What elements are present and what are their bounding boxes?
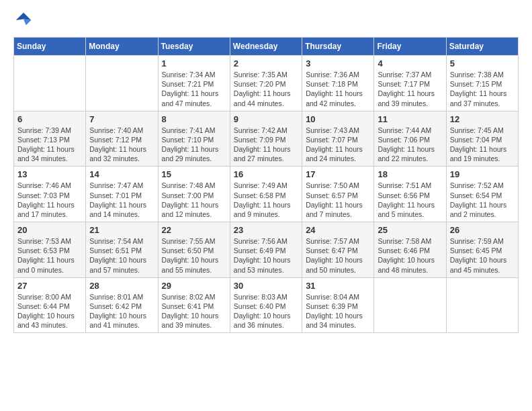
day-info: Sunrise: 7:39 AMSunset: 7:13 PMDaylight:…: [17, 126, 82, 164]
day-number: 25: [378, 225, 442, 235]
day-number: 15: [162, 169, 226, 179]
calendar-cell: 25Sunrise: 7:58 AMSunset: 6:46 PMDayligh…: [374, 222, 446, 278]
logo: [13, 10, 36, 30]
day-info: Sunrise: 7:54 AMSunset: 6:51 PMDaylight:…: [89, 236, 154, 275]
day-number: 11: [378, 114, 442, 124]
weekday-monday: Monday: [86, 38, 158, 56]
calendar-cell: 6Sunrise: 7:39 AMSunset: 7:13 PMDaylight…: [14, 111, 86, 167]
calendar-cell: [446, 277, 518, 333]
logo-icon: [13, 10, 34, 30]
day-number: 6: [17, 114, 82, 124]
calendar-cell: 8Sunrise: 7:41 AMSunset: 7:10 PMDaylight…: [158, 111, 230, 167]
calendar-cell: 28Sunrise: 8:01 AMSunset: 6:42 PMDayligh…: [86, 277, 158, 333]
day-info: Sunrise: 7:51 AMSunset: 6:56 PMDaylight:…: [378, 181, 442, 219]
week-row-5: 27Sunrise: 8:00 AMSunset: 6:44 PMDayligh…: [14, 277, 519, 333]
day-info: Sunrise: 7:50 AMSunset: 6:57 PMDaylight:…: [306, 181, 370, 219]
calendar-cell: 7Sunrise: 7:40 AMSunset: 7:12 PMDaylight…: [86, 111, 158, 167]
calendar-cell: 5Sunrise: 7:38 AMSunset: 7:15 PMDaylight…: [446, 56, 518, 111]
day-info: Sunrise: 7:35 AMSunset: 7:20 PMDaylight:…: [234, 70, 298, 108]
weekday-sunday: Sunday: [14, 38, 86, 56]
calendar-cell: 23Sunrise: 7:56 AMSunset: 6:49 PMDayligh…: [230, 222, 302, 278]
day-number: 20: [17, 225, 82, 235]
day-number: 19: [450, 169, 515, 179]
day-info: Sunrise: 7:41 AMSunset: 7:10 PMDaylight:…: [162, 126, 226, 164]
calendar-cell: 14Sunrise: 7:47 AMSunset: 7:01 PMDayligh…: [86, 167, 158, 222]
day-info: Sunrise: 7:47 AMSunset: 7:01 PMDaylight:…: [89, 181, 154, 219]
day-number: 7: [89, 114, 154, 124]
week-row-1: 1Sunrise: 7:34 AMSunset: 7:21 PMDaylight…: [14, 56, 519, 111]
calendar-cell: 17Sunrise: 7:50 AMSunset: 6:57 PMDayligh…: [302, 167, 374, 222]
day-number: 27: [17, 281, 82, 291]
day-info: Sunrise: 7:55 AMSunset: 6:50 PMDaylight:…: [162, 236, 226, 275]
calendar-cell: 29Sunrise: 8:02 AMSunset: 6:41 PMDayligh…: [158, 277, 230, 333]
day-info: Sunrise: 7:38 AMSunset: 7:15 PMDaylight:…: [450, 70, 515, 108]
calendar-cell: [86, 56, 158, 111]
day-info: Sunrise: 7:36 AMSunset: 7:18 PMDaylight:…: [306, 70, 370, 108]
day-number: 30: [234, 281, 298, 291]
calendar-cell: 12Sunrise: 7:45 AMSunset: 7:04 PMDayligh…: [446, 111, 518, 167]
day-number: 29: [162, 281, 226, 291]
day-info: Sunrise: 8:01 AMSunset: 6:42 PMDaylight:…: [89, 292, 154, 330]
weekday-saturday: Saturday: [446, 38, 518, 56]
day-info: Sunrise: 7:34 AMSunset: 7:21 PMDaylight:…: [162, 70, 226, 108]
calendar-cell: 30Sunrise: 8:03 AMSunset: 6:40 PMDayligh…: [230, 277, 302, 333]
calendar-cell: 9Sunrise: 7:42 AMSunset: 7:09 PMDaylight…: [230, 111, 302, 167]
calendar-cell: 16Sunrise: 7:49 AMSunset: 6:58 PMDayligh…: [230, 167, 302, 222]
calendar-cell: 21Sunrise: 7:54 AMSunset: 6:51 PMDayligh…: [86, 222, 158, 278]
calendar-cell: 4Sunrise: 7:37 AMSunset: 7:17 PMDaylight…: [374, 56, 446, 111]
calendar-cell: 20Sunrise: 7:53 AMSunset: 6:53 PMDayligh…: [14, 222, 86, 278]
calendar-cell: 24Sunrise: 7:57 AMSunset: 6:47 PMDayligh…: [302, 222, 374, 278]
svg-marker-1: [24, 19, 31, 26]
day-info: Sunrise: 8:00 AMSunset: 6:44 PMDaylight:…: [17, 292, 82, 330]
weekday-header-row: SundayMondayTuesdayWednesdayThursdayFrid…: [14, 38, 519, 56]
day-info: Sunrise: 8:04 AMSunset: 6:39 PMDaylight:…: [306, 292, 370, 330]
calendar-cell: 3Sunrise: 7:36 AMSunset: 7:18 PMDaylight…: [302, 56, 374, 111]
day-info: Sunrise: 7:48 AMSunset: 7:00 PMDaylight:…: [162, 181, 226, 219]
week-row-4: 20Sunrise: 7:53 AMSunset: 6:53 PMDayligh…: [14, 222, 519, 278]
calendar-cell: 13Sunrise: 7:46 AMSunset: 7:03 PMDayligh…: [14, 167, 86, 222]
day-info: Sunrise: 7:52 AMSunset: 6:54 PMDaylight:…: [450, 181, 515, 219]
day-number: 17: [306, 169, 370, 179]
day-info: Sunrise: 7:45 AMSunset: 7:04 PMDaylight:…: [450, 126, 515, 164]
page-header: [13, 10, 519, 30]
day-info: Sunrise: 7:57 AMSunset: 6:47 PMDaylight:…: [306, 236, 370, 275]
calendar-cell: 18Sunrise: 7:51 AMSunset: 6:56 PMDayligh…: [374, 167, 446, 222]
day-number: 12: [450, 114, 515, 124]
calendar-cell: 19Sunrise: 7:52 AMSunset: 6:54 PMDayligh…: [446, 167, 518, 222]
day-info: Sunrise: 8:03 AMSunset: 6:40 PMDaylight:…: [234, 292, 298, 330]
day-info: Sunrise: 7:53 AMSunset: 6:53 PMDaylight:…: [17, 236, 82, 275]
calendar-cell: 2Sunrise: 7:35 AMSunset: 7:20 PMDaylight…: [230, 56, 302, 111]
day-number: 26: [450, 225, 515, 235]
day-info: Sunrise: 7:56 AMSunset: 6:49 PMDaylight:…: [234, 236, 298, 275]
calendar-cell: 1Sunrise: 7:34 AMSunset: 7:21 PMDaylight…: [158, 56, 230, 111]
day-info: Sunrise: 8:02 AMSunset: 6:41 PMDaylight:…: [162, 292, 226, 330]
day-info: Sunrise: 7:59 AMSunset: 6:45 PMDaylight:…: [450, 236, 515, 275]
weekday-tuesday: Tuesday: [158, 38, 230, 56]
day-number: 28: [89, 281, 154, 291]
day-number: 16: [234, 169, 298, 179]
day-info: Sunrise: 7:43 AMSunset: 7:07 PMDaylight:…: [306, 126, 370, 164]
day-number: 22: [162, 225, 226, 235]
calendar-cell: 22Sunrise: 7:55 AMSunset: 6:50 PMDayligh…: [158, 222, 230, 278]
day-info: Sunrise: 7:58 AMSunset: 6:46 PMDaylight:…: [378, 236, 442, 275]
calendar-cell: 26Sunrise: 7:59 AMSunset: 6:45 PMDayligh…: [446, 222, 518, 278]
day-number: 31: [306, 281, 370, 291]
day-number: 4: [378, 58, 442, 68]
calendar-cell: 10Sunrise: 7:43 AMSunset: 7:07 PMDayligh…: [302, 111, 374, 167]
day-info: Sunrise: 7:46 AMSunset: 7:03 PMDaylight:…: [17, 181, 82, 219]
day-number: 10: [306, 114, 370, 124]
week-row-3: 13Sunrise: 7:46 AMSunset: 7:03 PMDayligh…: [14, 167, 519, 222]
day-info: Sunrise: 7:49 AMSunset: 6:58 PMDaylight:…: [234, 181, 298, 219]
day-info: Sunrise: 7:40 AMSunset: 7:12 PMDaylight:…: [89, 126, 154, 164]
day-info: Sunrise: 7:37 AMSunset: 7:17 PMDaylight:…: [378, 70, 442, 108]
calendar-cell: [374, 277, 446, 333]
day-number: 9: [234, 114, 298, 124]
day-number: 3: [306, 58, 370, 68]
calendar: SundayMondayTuesdayWednesdayThursdayFrid…: [13, 37, 519, 333]
day-info: Sunrise: 7:44 AMSunset: 7:06 PMDaylight:…: [378, 126, 442, 164]
day-number: 23: [234, 225, 298, 235]
weekday-friday: Friday: [374, 38, 446, 56]
weekday-thursday: Thursday: [302, 38, 374, 56]
week-row-2: 6Sunrise: 7:39 AMSunset: 7:13 PMDaylight…: [14, 111, 519, 167]
day-info: Sunrise: 7:42 AMSunset: 7:09 PMDaylight:…: [234, 126, 298, 164]
